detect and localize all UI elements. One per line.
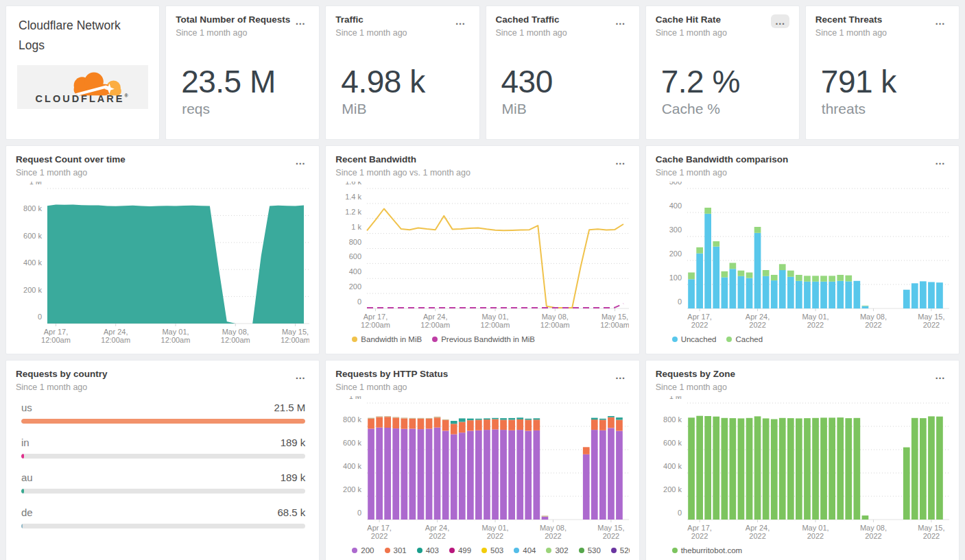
panel-menu-icon[interactable]: …	[931, 369, 949, 382]
legend-dot	[417, 548, 422, 553]
panel-menu-icon[interactable]: …	[291, 154, 309, 168]
panel-title[interactable]: Total Number of Requests	[176, 14, 290, 26]
svg-text:400: 400	[349, 267, 361, 276]
country-row-au: au 189 k	[21, 472, 305, 494]
legend-item-bandwidth-in-mib[interactable]: Bandwidth in MiB	[352, 335, 422, 343]
legend-item-uncached[interactable]: Uncached	[672, 335, 717, 343]
panel-title[interactable]: Cache Hit Rate	[656, 14, 727, 26]
dashboard-title: Cloudflare Network Logs	[19, 16, 150, 56]
legend-item-302[interactable]: 302	[546, 546, 568, 555]
legend-item-theburritobot-com[interactable]: theburritobot.com	[672, 546, 743, 555]
legend-item-301[interactable]: 301	[385, 546, 407, 555]
panel-subtitle: Since 1 month ago	[656, 168, 789, 178]
panel-title[interactable]: Requests by country	[16, 369, 108, 380]
panel-menu-icon[interactable]: …	[611, 14, 630, 28]
panel-menu-icon[interactable]: …	[611, 369, 630, 382]
chart-legend: 200301403499503404302530526524	[335, 543, 629, 558]
panel-menu-icon[interactable]: …	[931, 154, 949, 168]
legend-item-previous-bandwidth-in-mib[interactable]: Previous Bandwidth in MiB	[432, 335, 535, 343]
stat-row: Cloudflare Network Logs CLOUDFLARE® Tota…	[5, 5, 960, 140]
svg-text:400 k: 400 k	[343, 462, 361, 470]
svg-text:2022: 2022	[807, 532, 823, 540]
svg-text:600: 600	[349, 252, 361, 260]
panel-title[interactable]: Request Count over time	[16, 154, 126, 166]
legend-dot	[385, 548, 390, 553]
svg-text:500: 500	[669, 182, 681, 186]
legend-item-403[interactable]: 403	[417, 546, 439, 555]
svg-text:1 M: 1 M	[349, 396, 361, 400]
svg-text:1 k: 1 k	[352, 223, 362, 231]
legend-dot	[546, 548, 551, 553]
stat-value: 791 k	[821, 65, 949, 98]
panel-menu-icon[interactable]: …	[451, 14, 470, 28]
stat-value: 4.98 k	[341, 65, 469, 98]
cloudflare-logo: CLOUDFLARE®	[17, 65, 148, 109]
panel-title[interactable]: Requests by Zone	[656, 369, 735, 380]
panel-title[interactable]: Cache Bandwidth comparison	[656, 154, 789, 166]
svg-text:2022: 2022	[371, 532, 388, 540]
legend-item-200[interactable]: 200	[352, 546, 374, 555]
legend-item-cached[interactable]: Cached	[726, 335, 763, 343]
panel-title[interactable]: Traffic	[335, 14, 407, 26]
panel-subtitle: Since 1 month ago	[335, 382, 448, 392]
stat-unit: Cache %	[662, 101, 789, 117]
svg-text:Apr 17,: Apr 17,	[44, 328, 68, 336]
svg-text:200: 200	[349, 282, 361, 291]
panel-traffic: Traffic Since 1 month ago … 4.98 k MiB	[325, 5, 479, 140]
svg-text:200 k: 200 k	[23, 285, 42, 293]
panel-subtitle: Since 1 month ago	[815, 28, 887, 38]
svg-text:300: 300	[669, 226, 681, 234]
svg-text:2022: 2022	[749, 321, 765, 329]
panel-requests-by-country: Requests by country Since 1 month ago … …	[5, 360, 320, 560]
cloudflare-cloud-icon	[58, 70, 130, 96]
panel-subtitle: Since 1 month ago	[656, 382, 735, 392]
recent-bandwidth-chart[interactable]: 1.6 k1.4 k1.2 k1 k8006004002000Apr 17,12…	[335, 182, 629, 332]
chart-row-1: Request Count over time Since 1 month ag…	[5, 145, 960, 354]
panel-cached-traffic: Cached Traffic Since 1 month ago … 430 M…	[486, 5, 640, 140]
stat-value: 7.2 %	[661, 65, 789, 98]
country-code: us	[21, 402, 32, 413]
svg-text:1.4 k: 1.4 k	[345, 193, 361, 201]
legend-item-499[interactable]: 499	[449, 546, 471, 555]
cache-bandwidth-chart[interactable]: 5004003002001000Apr 17,2022Apr 24,2022Ma…	[656, 182, 949, 332]
panel-title[interactable]: Recent Threats	[815, 14, 887, 26]
panel-menu-icon[interactable]: …	[291, 14, 309, 28]
panel-menu-icon[interactable]: …	[931, 14, 949, 28]
gauge-fill	[21, 454, 24, 459]
gauge-track	[21, 419, 305, 424]
svg-text:12:00am: 12:00am	[221, 336, 250, 344]
panel-title[interactable]: Recent Bandwidth	[335, 154, 470, 166]
svg-text:2022: 2022	[429, 532, 446, 540]
request-count-chart[interactable]: 1 M800 k600 k400 k200 k0Apr 17,12:00amAp…	[16, 182, 309, 347]
svg-text:Apr 17,: Apr 17,	[368, 524, 392, 532]
panel-menu-icon[interactable]: …	[611, 154, 630, 168]
legend-item-503[interactable]: 503	[481, 546, 503, 555]
legend-item-526[interactable]: 526	[611, 546, 630, 555]
svg-text:200 k: 200 k	[663, 485, 682, 494]
panel-http-status: Requests by HTTP Status Since 1 month ag…	[325, 360, 639, 560]
country-row-in: in 189 k	[21, 437, 305, 459]
svg-text:1.2 k: 1.2 k	[345, 208, 361, 216]
panel-menu-icon[interactable]: …	[291, 369, 309, 382]
http-status-chart[interactable]: 1 M800 k600 k400 k200 k0Apr 17,2022Apr 2…	[335, 396, 629, 543]
svg-text:800 k: 800 k	[23, 204, 42, 212]
country-bar-gauge: us 21.5 M in 189 k au 189 k	[21, 402, 305, 541]
svg-text:0: 0	[357, 297, 361, 306]
svg-text:2022: 2022	[807, 321, 823, 329]
panel-requests-by-zone: Requests by Zone Since 1 month ago … 1 M…	[645, 360, 960, 560]
svg-text:Apr 17,: Apr 17,	[687, 524, 711, 532]
svg-text:1 M: 1 M	[669, 396, 681, 400]
chart-legend: Bandwidth in MiBPrevious Bandwidth in Mi…	[335, 332, 629, 347]
svg-text:400 k: 400 k	[663, 462, 682, 470]
legend-dot	[449, 548, 455, 553]
legend-item-530[interactable]: 530	[579, 546, 601, 555]
panel-title[interactable]: Cached Traffic	[496, 14, 567, 26]
gauge-fill	[21, 524, 23, 528]
legend-item-404[interactable]: 404	[514, 546, 536, 555]
gauge-fill	[21, 419, 305, 424]
zone-chart[interactable]: 1 M800 k600 k400 k200 k0Apr 17,2022Apr 2…	[656, 396, 949, 543]
panel-menu-icon[interactable]: …	[771, 14, 789, 28]
panel-title[interactable]: Requests by HTTP Status	[335, 369, 448, 380]
legend-dot	[514, 548, 519, 553]
svg-text:May 08,: May 08,	[222, 328, 249, 336]
